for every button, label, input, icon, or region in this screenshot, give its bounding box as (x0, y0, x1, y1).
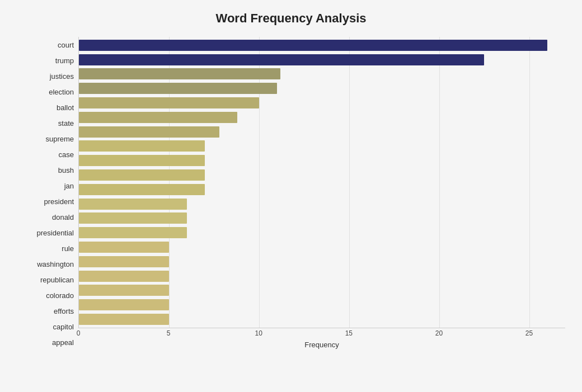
bar (79, 184, 205, 195)
chart-container: Word Frequency Analysis courttrumpjustic… (0, 0, 582, 392)
y-label: justices (50, 69, 74, 83)
x-tick: 15 (345, 329, 353, 337)
x-tick: 0 (77, 329, 81, 337)
chart-area: courttrumpjusticeselectionballotstatesup… (17, 37, 565, 351)
bar-row (79, 125, 565, 139)
bar-row (79, 240, 565, 254)
bar-row (79, 153, 565, 168)
bar-row (79, 312, 565, 327)
bar-row (79, 254, 565, 269)
y-label: rule (62, 242, 74, 256)
bar-row (79, 197, 565, 211)
y-label: case (59, 147, 74, 162)
bar-row (79, 225, 565, 240)
bar-row (79, 211, 565, 226)
bar (79, 271, 169, 282)
bars-and-x: 0510152025 Frequency (78, 37, 565, 351)
y-label: presidential (37, 226, 74, 240)
y-label: efforts (54, 304, 74, 319)
bar-row (79, 53, 565, 67)
bars-area (78, 37, 565, 328)
bar-row (79, 139, 565, 154)
y-label: trump (55, 53, 74, 68)
bar-row (79, 110, 565, 125)
x-axis-label: Frequency (304, 341, 339, 349)
bar (79, 169, 205, 181)
y-label: supreme (45, 131, 74, 146)
x-axis: 0510152025 Frequency (78, 328, 565, 351)
y-label: appeal (52, 336, 74, 350)
bar (79, 285, 169, 296)
bar-row (79, 269, 565, 284)
bar (79, 97, 259, 108)
y-axis: courttrumpjusticeselectionballotstatesup… (17, 37, 78, 351)
bar (79, 54, 484, 65)
x-ticks: 0510152025 (78, 328, 565, 339)
y-label: capitol (53, 320, 74, 334)
bar (79, 212, 187, 224)
bar (79, 83, 277, 94)
bar-row (79, 81, 565, 96)
bar (79, 299, 169, 310)
bar-row (79, 96, 565, 110)
bar (79, 140, 205, 152)
y-label: washington (37, 257, 74, 272)
y-label: colorado (46, 289, 74, 303)
y-label: ballot (57, 100, 74, 115)
x-tick: 5 (167, 329, 171, 337)
y-label: republican (40, 273, 74, 287)
bar-row (79, 297, 565, 312)
y-label: election (49, 84, 74, 99)
y-label: bush (58, 163, 74, 177)
x-tick: 20 (435, 329, 443, 337)
bar-row (79, 67, 565, 82)
bar (79, 242, 169, 253)
bar (79, 68, 280, 79)
bar-row (79, 38, 565, 53)
bar (79, 40, 547, 51)
y-label: jan (64, 178, 74, 193)
bar-row (79, 168, 565, 182)
bar (79, 112, 237, 123)
x-tick: 25 (525, 329, 533, 337)
bar (79, 199, 187, 210)
bar (79, 227, 187, 238)
y-label: state (58, 116, 74, 130)
y-label: president (44, 194, 74, 209)
x-tick: 10 (255, 329, 262, 337)
bar-rows (79, 37, 565, 328)
bar (79, 126, 219, 138)
y-label: donald (52, 210, 74, 225)
bar-row (79, 284, 565, 298)
chart-title: Word Frequency Analysis (17, 11, 565, 26)
y-label: court (58, 37, 74, 52)
bar (79, 314, 169, 325)
bar (79, 256, 169, 267)
bar (79, 155, 205, 166)
bar-row (79, 182, 565, 197)
